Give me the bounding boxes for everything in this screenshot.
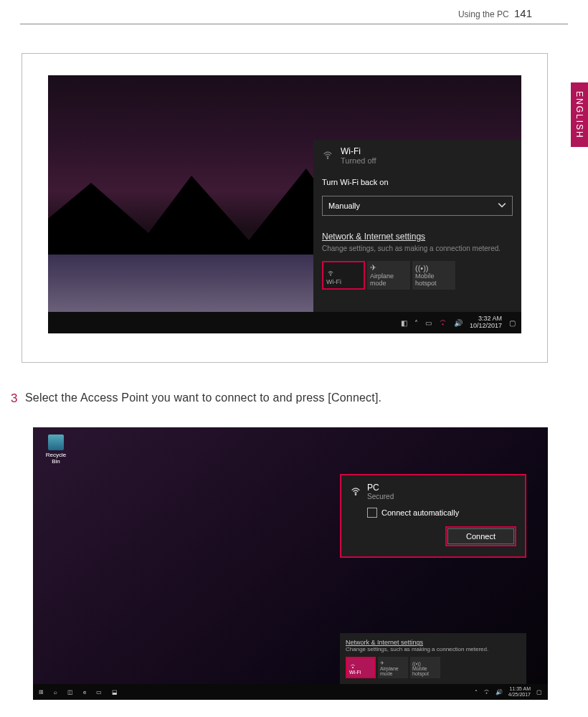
action-center-icon[interactable]: ▢ (536, 689, 542, 695)
tile-hotspot-label: Mobile hotspot (415, 272, 452, 287)
screenshot-wifi-off: Wi-Fi Turned off Turn Wi-Fi back on Manu… (48, 75, 521, 333)
tile-airplane-label: Airplane mode (370, 272, 407, 287)
wifi-icon (326, 270, 361, 278)
turn-back-on-label: Turn Wi-Fi back on (313, 171, 521, 193)
airplane-icon: ✈ (380, 660, 406, 666)
svg-point-2 (442, 323, 443, 324)
section-title: Using the PC (458, 9, 509, 19)
page-number: 141 (514, 7, 532, 19)
tile-hotspot-2[interactable]: ((•)) Mobile hotspot (410, 657, 440, 678)
flyout-status: Turned off (341, 156, 376, 165)
page-header: Using the PC 141 (20, 0, 568, 24)
language-tab[interactable]: ENGLISH (571, 82, 588, 147)
explorer-icon[interactable]: ▭ (96, 689, 102, 695)
connect-button[interactable]: Connect (445, 526, 516, 546)
chevron-up-icon[interactable]: ˄ (414, 319, 418, 327)
svg-point-4 (352, 667, 353, 668)
tile-wifi-label: Wi-Fi (326, 278, 361, 285)
volume-icon[interactable]: 🔊 (454, 319, 463, 327)
network-tray-icon[interactable] (439, 318, 447, 328)
airplane-icon: ✈ (370, 263, 407, 272)
wifi-icon (350, 485, 361, 498)
svg-point-5 (486, 693, 487, 693)
hotspot-icon: ((•)) (415, 264, 452, 272)
network-tray-icon-2[interactable] (483, 688, 490, 696)
chevron-up-icon[interactable]: ˄ (475, 689, 478, 695)
volume-icon[interactable]: 🔊 (495, 689, 503, 695)
taskbar-date: 10/12/2017 (470, 323, 502, 330)
network-settings-link[interactable]: Network & Internet settings (313, 219, 521, 243)
network-settings-link-2[interactable]: Network & Internet settings (346, 639, 521, 646)
tile-wifi[interactable]: Wi-Fi (322, 261, 365, 290)
chevron-down-icon (498, 201, 506, 211)
connect-auto-row[interactable]: Connect automatically (367, 508, 516, 518)
recycle-label: Recycle Bin (42, 452, 70, 465)
recycle-icon (48, 435, 64, 450)
network-settings-sub-2: Change settings, such as making a connec… (346, 646, 521, 652)
battery-icon[interactable]: ▭ (425, 319, 432, 327)
tile-airplane-2[interactable]: ✈ Airplane mode (378, 657, 408, 678)
taskbar: ◧ ˄ ▭ 🔊 3:32 AM 10/12/2017 ▢ (48, 312, 521, 333)
taskbar-clock[interactable]: 3:32 AM 10/12/2017 (470, 315, 502, 330)
connect-panel: PC Secured Connect automatically Connect (340, 474, 526, 558)
svg-point-0 (327, 158, 328, 158)
tile-airplane[interactable]: ✈ Airplane mode (367, 261, 410, 290)
wifi-icon (349, 663, 372, 670)
wifi-icon (322, 149, 333, 162)
figure-2: Recycle Bin PC Secured Conne (33, 427, 548, 700)
hotspot-icon: ((•)) (412, 661, 438, 666)
instruction-step-3: 3 Select the Access Point you want to co… (11, 391, 548, 406)
schedule-select[interactable]: Manually (322, 196, 513, 216)
recycle-bin[interactable]: Recycle Bin (42, 435, 70, 465)
taskbar-date-2: 4/25/2017 (508, 692, 531, 698)
taskview-icon[interactable]: ◫ (67, 689, 73, 695)
search-icon[interactable]: ⌕ (54, 689, 57, 695)
people-icon[interactable]: ◧ (401, 319, 407, 327)
connect-auto-label: Connect automatically (381, 508, 459, 517)
quick-tiles: Wi-Fi ✈ Airplane mode ((•)) Mobile hotsp… (313, 258, 521, 290)
taskbar-2: ⊞ ⌕ ◫ e ▭ ⬓ ˄ 🔊 11:35 AM 4/25/2017 (33, 684, 548, 700)
start-icon[interactable]: ⊞ (39, 689, 44, 695)
svg-point-3 (355, 494, 356, 495)
tile-airplane-label-2: Airplane mode (380, 666, 406, 676)
network-secured: Secured (367, 493, 394, 500)
schedule-select-value: Manually (328, 201, 360, 210)
tile-hotspot-label-2: Mobile hotspot (412, 666, 438, 676)
network-settings-sub: Change settings, such as making a connec… (313, 243, 521, 258)
tile-wifi-2[interactable]: Wi-Fi (346, 657, 376, 678)
taskbar-time-2: 11:35 AM (508, 686, 531, 692)
step-number: 3 (11, 391, 25, 406)
settings-pane-2: Network & Internet settings Change setti… (340, 633, 526, 684)
edge-icon[interactable]: e (83, 689, 86, 695)
svg-point-1 (330, 275, 331, 275)
tile-hotspot[interactable]: ((•)) Mobile hotspot (412, 261, 455, 290)
action-center-icon[interactable]: ▢ (509, 319, 516, 327)
tile-wifi-label-2: Wi-Fi (349, 670, 372, 675)
step-text: Select the Access Point you want to conn… (25, 391, 548, 406)
flyout-title: Wi-Fi (341, 146, 376, 156)
wifi-flyout: Wi-Fi Turned off Turn Wi-Fi back on Manu… (313, 140, 521, 312)
checkbox-icon[interactable] (367, 508, 377, 518)
store-icon[interactable]: ⬓ (112, 689, 118, 695)
network-name: PC (367, 483, 394, 493)
screenshot-connect: Recycle Bin PC Secured Conne (33, 427, 548, 700)
figure-1: Wi-Fi Turned off Turn Wi-Fi back on Manu… (22, 53, 548, 363)
taskbar-clock-2[interactable]: 11:35 AM 4/25/2017 (508, 686, 531, 697)
